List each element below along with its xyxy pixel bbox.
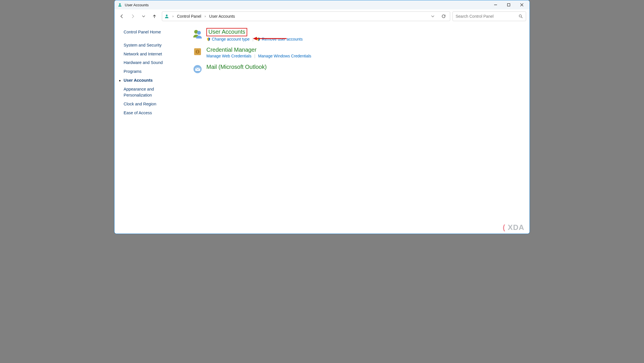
recent-locations-button[interactable]	[138, 11, 149, 21]
toolbar: › Control Panel › User Accounts	[114, 9, 530, 23]
task-change-account-type[interactable]: Change account type	[206, 37, 249, 41]
titlebar: User Accounts	[114, 0, 530, 9]
task-remove-user-accounts[interactable]: Remove user accounts	[256, 37, 303, 41]
breadcrumb-separator-icon: ›	[171, 14, 175, 18]
svg-point-9	[197, 31, 201, 35]
maximize-button[interactable]	[502, 0, 515, 9]
sidebar-item-programs[interactable]: Programs	[124, 69, 186, 75]
credential-manager-icon	[192, 47, 204, 59]
shield-icon	[256, 37, 261, 41]
task-label: Change account type	[212, 37, 249, 41]
sidebar-item-appearance[interactable]: Appearance and Personalization	[124, 86, 166, 99]
category-user-accounts: User Accounts Change account type | Remo…	[192, 28, 524, 41]
refresh-button[interactable]	[439, 12, 448, 21]
svg-rect-2	[508, 4, 510, 6]
svg-point-6	[519, 15, 522, 17]
address-icon	[164, 13, 170, 19]
search-input[interactable]	[456, 14, 518, 19]
category-mail: Mail (Microsoft Outlook)	[192, 64, 524, 76]
watermark: ( XDA	[503, 223, 527, 232]
svg-point-5	[166, 15, 168, 16]
window-title: User Accounts	[125, 3, 149, 7]
window: User Accounts › Control Panel › User Acc…	[114, 0, 530, 234]
sidebar: Control Panel Home System and Security N…	[114, 23, 186, 234]
task-manage-windows-credentials[interactable]: Manage Windows Credentials	[258, 54, 311, 58]
breadcrumb-current[interactable]: User Accounts	[209, 13, 236, 19]
svg-point-0	[119, 3, 121, 5]
category-title-credential-manager[interactable]: Credential Manager	[206, 47, 257, 53]
svg-rect-12	[197, 51, 198, 53]
address-bar[interactable]: › Control Panel › User Accounts	[162, 11, 450, 21]
shield-icon	[206, 37, 211, 41]
category-title-mail[interactable]: Mail (Microsoft Outlook)	[206, 64, 267, 70]
task-label: Remove user accounts	[262, 37, 303, 41]
close-button[interactable]	[515, 0, 528, 9]
mail-icon	[192, 64, 204, 76]
content: User Accounts Change account type | Remo…	[186, 23, 530, 234]
breadcrumb-root[interactable]: Control Panel	[176, 13, 202, 19]
task-separator: |	[254, 54, 255, 58]
search-icon	[518, 14, 523, 19]
task-manage-web-credentials[interactable]: Manage Web Credentials	[206, 54, 251, 58]
app-icon	[117, 2, 122, 7]
back-button[interactable]	[117, 11, 127, 21]
sidebar-item-system-security[interactable]: System and Security	[124, 42, 186, 49]
task-separator: |	[252, 37, 253, 41]
search-box[interactable]	[452, 11, 526, 21]
sidebar-item-ease-of-access[interactable]: Ease of Access	[124, 110, 186, 116]
up-button[interactable]	[149, 11, 160, 21]
svg-line-7	[521, 17, 522, 18]
breadcrumb-separator-icon: ›	[204, 14, 207, 18]
sidebar-item-network-internet[interactable]: Network and Internet	[124, 51, 186, 57]
sidebar-item-clock-region[interactable]: Clock and Region	[124, 101, 186, 107]
forward-button[interactable]	[128, 11, 138, 21]
task-label: Manage Windows Credentials	[258, 54, 311, 58]
sidebar-item-user-accounts[interactable]: User Accounts	[124, 77, 186, 84]
category-credential-manager: Credential Manager Manage Web Credential…	[192, 47, 524, 59]
sidebar-home[interactable]: Control Panel Home	[124, 29, 186, 35]
minimize-button[interactable]	[489, 0, 502, 9]
body: Control Panel Home System and Security N…	[114, 23, 530, 234]
address-dropdown-button[interactable]	[428, 12, 437, 21]
task-label: Manage Web Credentials	[206, 54, 251, 58]
sidebar-item-hardware-sound[interactable]: Hardware and Sound	[124, 60, 186, 66]
category-title-user-accounts[interactable]: User Accounts	[206, 28, 247, 36]
user-accounts-icon	[192, 28, 204, 40]
